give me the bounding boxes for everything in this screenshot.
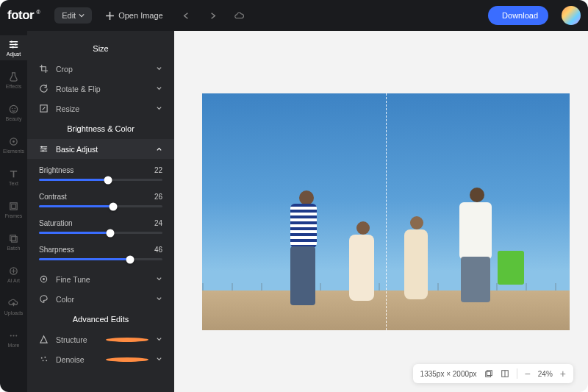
- chevron-down-icon: [79, 13, 85, 18]
- sidebar-item-batch[interactable]: Batch: [0, 229, 27, 254]
- stack-icon: [8, 233, 19, 244]
- denoise-icon: [39, 354, 49, 364]
- status-bar: 1335px × 2000px − 24% +: [413, 364, 573, 383]
- row-basic-adjust[interactable]: Basic Adjust: [27, 139, 174, 159]
- slider-thumb[interactable]: [104, 176, 112, 184]
- sidebar-item-elements[interactable]: Elements: [0, 132, 27, 157]
- slider-track[interactable]: [39, 258, 162, 260]
- dot-indicator: [106, 357, 148, 362]
- tune-icon: [39, 274, 49, 284]
- tool-sidebar: Adjust Effects Beauty Elements Text Fram…: [0, 31, 27, 392]
- slider-label: Contrast: [39, 193, 67, 201]
- svg-point-7: [12, 140, 15, 143]
- app-header: fotor Edit Open Image Download: [0, 0, 588, 31]
- open-image-button[interactable]: Open Image: [105, 11, 163, 21]
- row-color[interactable]: Color: [27, 289, 174, 309]
- row-resize[interactable]: Resize: [27, 99, 174, 118]
- svg-point-13: [10, 335, 12, 336]
- slider-contrast[interactable]: Contrast26: [27, 185, 174, 212]
- slider-label: Sharpness: [39, 246, 74, 254]
- slider-thumb[interactable]: [126, 255, 135, 263]
- svg-point-2: [12, 46, 14, 49]
- sidebar-item-uploads[interactable]: Uploads: [0, 294, 27, 319]
- edit-dropdown[interactable]: Edit: [54, 7, 92, 24]
- chevron-down-icon: [156, 65, 162, 72]
- svg-rect-9: [12, 204, 16, 209]
- row-crop[interactable]: Crop: [27, 59, 174, 79]
- undo-button[interactable]: [176, 5, 197, 26]
- sidebar-item-text[interactable]: Text: [0, 165, 27, 190]
- chevron-down-icon: [156, 105, 162, 112]
- slider-label: Brightness: [39, 166, 74, 174]
- row-denoise[interactable]: Denoise: [27, 349, 174, 369]
- flask-icon: [8, 71, 19, 82]
- slider-value: 24: [154, 219, 162, 227]
- canvas-area: 1335px × 2000px − 24% +: [174, 31, 588, 392]
- svg-point-15: [15, 335, 17, 336]
- sliders-icon: [8, 39, 19, 50]
- sidebar-item-aiart[interactable]: AI Art: [0, 262, 27, 287]
- svg-point-17: [41, 146, 43, 148]
- download-button[interactable]: Download: [488, 6, 548, 25]
- image-stage[interactable]: [202, 93, 570, 330]
- slider-label: Saturation: [39, 219, 73, 227]
- shapes-icon: [8, 136, 19, 147]
- sparkle-icon: [8, 266, 19, 277]
- slider-value: 26: [154, 193, 162, 201]
- slider-brightness[interactable]: Brightness22: [27, 159, 174, 185]
- text-icon: [8, 168, 19, 179]
- slider-track[interactable]: [39, 205, 162, 207]
- chevron-down-icon: [156, 276, 162, 282]
- chevron-down-icon: [156, 85, 162, 92]
- comparison-divider[interactable]: [386, 93, 387, 330]
- section-title-size: Size: [27, 38, 174, 59]
- compare-icon[interactable]: [501, 369, 509, 378]
- dot-indicator: [106, 338, 148, 342]
- avatar[interactable]: [562, 6, 581, 25]
- row-structure[interactable]: Structure: [27, 329, 174, 349]
- slider-saturation[interactable]: Saturation24: [27, 212, 174, 238]
- sidebar-item-more[interactable]: More: [0, 327, 27, 352]
- cloud-icon: [234, 11, 244, 21]
- svg-point-4: [12, 108, 13, 110]
- sidebar-item-beauty[interactable]: Beauty: [0, 100, 27, 125]
- sidebar-item-effects[interactable]: Effects: [0, 68, 27, 93]
- svg-point-18: [44, 148, 46, 149]
- slider-thumb[interactable]: [109, 202, 117, 210]
- adjust-panel: Size Crop Rotate & Flip Resize Brightnes…: [27, 31, 174, 392]
- rotate-icon: [39, 84, 49, 93]
- section-title-advanced: Advanced Edits: [27, 309, 174, 329]
- sliders-icon: [39, 144, 49, 154]
- row-rotate[interactable]: Rotate & Flip: [27, 79, 174, 99]
- chevron-down-icon: [156, 296, 162, 302]
- brand-logo: fotor: [7, 8, 37, 23]
- svg-rect-27: [487, 371, 492, 376]
- chevron-up-icon: [156, 146, 162, 152]
- status-dimensions: 1335px × 2000px: [420, 370, 477, 378]
- zoom-in-button[interactable]: +: [560, 368, 566, 379]
- zoom-out-button[interactable]: −: [525, 368, 531, 379]
- svg-point-3: [10, 105, 17, 113]
- slider-track[interactable]: [39, 232, 162, 234]
- sidebar-item-adjust[interactable]: Adjust: [0, 35, 27, 60]
- layers-icon[interactable]: [484, 369, 493, 378]
- zoom-value: 24%: [538, 370, 553, 378]
- row-fine-tune[interactable]: Fine Tune: [27, 269, 174, 289]
- slider-track[interactable]: [39, 179, 162, 181]
- redo-button[interactable]: [203, 5, 223, 26]
- sidebar-item-frames[interactable]: Frames: [0, 197, 27, 222]
- resize-icon: [39, 104, 49, 113]
- svg-point-23: [44, 357, 46, 358]
- arrow-right-icon: [208, 11, 218, 21]
- upload-icon: [8, 298, 19, 309]
- svg-rect-11: [12, 237, 18, 243]
- arrow-left-icon: [182, 11, 191, 21]
- chevron-down-icon: [156, 356, 162, 363]
- slider-sharpness[interactable]: Sharpness46: [27, 238, 174, 265]
- cloud-button[interactable]: [229, 5, 250, 26]
- slider-thumb[interactable]: [107, 229, 115, 237]
- svg-point-21: [43, 278, 45, 280]
- svg-point-24: [43, 360, 44, 361]
- triangle-icon: [39, 335, 49, 344]
- slider-value: 22: [154, 166, 162, 174]
